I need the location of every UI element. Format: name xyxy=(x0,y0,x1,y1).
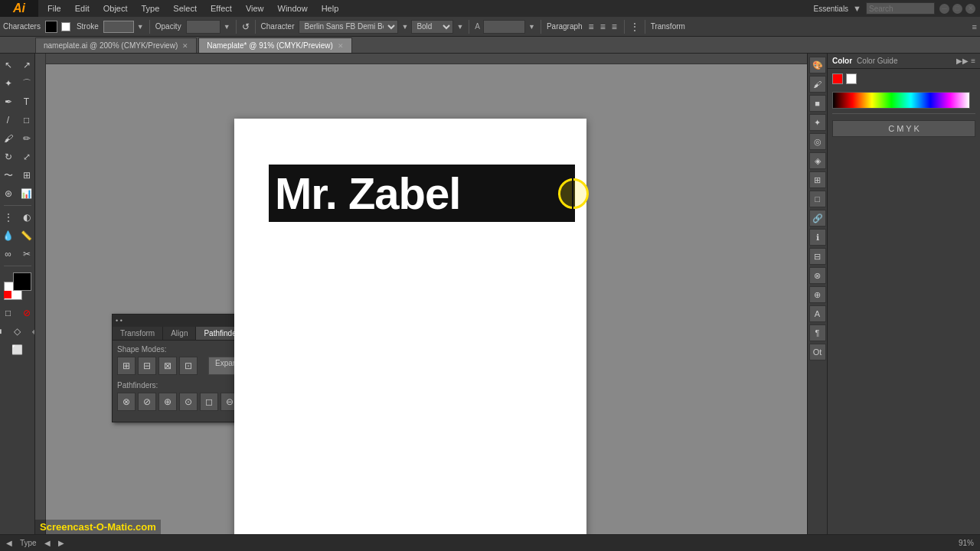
open-type-btn[interactable]: Ot xyxy=(809,344,826,360)
more-options-icon[interactable]: ⋮ xyxy=(630,21,639,32)
lasso-tool[interactable]: ⌒ xyxy=(18,75,35,92)
essentials-label[interactable]: Essentials xyxy=(814,5,849,13)
menu-window[interactable]: Window xyxy=(272,2,314,15)
blend-tool[interactable]: ∞ xyxy=(0,246,17,262)
opacity-input[interactable]: 100% xyxy=(186,20,220,34)
rect-tool[interactable]: □ xyxy=(18,112,35,129)
menu-help[interactable]: Help xyxy=(315,2,345,15)
search-input[interactable] xyxy=(866,2,935,15)
scale-tool[interactable]: ⤢ xyxy=(18,148,35,165)
bg-swatch[interactable] xyxy=(846,73,857,84)
artboards-btn[interactable]: □ xyxy=(809,191,826,207)
panel-titlebar[interactable]: • • ✕ xyxy=(113,315,253,327)
font-weight-select[interactable]: Bold xyxy=(411,20,453,34)
select-tool[interactable]: ↖ xyxy=(0,57,17,73)
nameplate-element[interactable]: Mr. Zabel xyxy=(269,165,575,222)
symbol-sprayer[interactable]: ⊛ xyxy=(0,185,17,202)
color-mode-btn[interactable]: C M Y K xyxy=(832,120,975,137)
appearance-btn[interactable]: ◈ xyxy=(809,152,826,169)
align-panel-btn[interactable]: ⊟ xyxy=(809,248,826,265)
transform-panel-btn[interactable]: ⊕ xyxy=(809,286,826,303)
pen-tool[interactable]: ✒ xyxy=(0,93,17,110)
status-nav-next[interactable]: ▶ xyxy=(58,539,64,547)
paintbrush-tool[interactable]: 🖌 xyxy=(0,130,17,147)
measure-tool[interactable]: 📏 xyxy=(18,227,35,244)
info-btn[interactable]: ℹ xyxy=(809,229,826,246)
align-left-icon[interactable]: ≡ xyxy=(587,21,596,32)
align-center-icon[interactable]: ≡ xyxy=(599,21,607,32)
draw-mode[interactable]: ◇ xyxy=(9,323,26,340)
close-button[interactable]: ✕ xyxy=(965,4,975,14)
direct-select-tool[interactable]: ↗ xyxy=(18,57,35,73)
fill-icon[interactable]: □ xyxy=(0,305,17,321)
brush-btn[interactable]: 🖌 xyxy=(809,76,826,93)
tab-2-close[interactable]: ✕ xyxy=(338,42,344,50)
trim-btn[interactable]: ⊘ xyxy=(138,393,156,411)
minus-front-btn[interactable]: ⊟ xyxy=(138,357,156,375)
screen-mode-btn[interactable]: ⬜ xyxy=(9,341,26,358)
normal-mode[interactable]: ■ xyxy=(0,323,8,340)
font-family-select[interactable]: Berlin Sans FB Demi Bold xyxy=(299,20,398,34)
column-graph[interactable]: 📊 xyxy=(18,185,35,202)
menu-object[interactable]: Object xyxy=(97,2,134,15)
menu-select[interactable]: Select xyxy=(167,2,203,15)
minimize-button[interactable]: ─ xyxy=(939,4,949,14)
color-guide-tab[interactable]: Color Guide xyxy=(857,57,897,65)
tab-2[interactable]: Nameplate* @ 91% (CMYK/Preview) ✕ xyxy=(198,37,352,53)
foreground-color-swatch[interactable] xyxy=(13,272,31,291)
para-panel-btn[interactable]: ¶ xyxy=(809,324,826,341)
merge-btn[interactable]: ⊕ xyxy=(158,393,177,411)
gradient-tool[interactable]: ◐ xyxy=(18,209,35,226)
color-spectrum[interactable] xyxy=(832,92,970,109)
accent-swatch[interactable] xyxy=(4,291,11,298)
eyedropper-tool[interactable]: 💧 xyxy=(0,227,17,244)
menu-type[interactable]: Type xyxy=(136,2,166,15)
stroke-swatch[interactable] xyxy=(61,22,70,31)
symbols-btn[interactable]: ✦ xyxy=(809,114,826,131)
menu-effect[interactable]: Effect xyxy=(204,2,238,15)
fg-swatch[interactable] xyxy=(832,73,843,84)
tab-1-close[interactable]: ✕ xyxy=(182,42,188,50)
intersect-btn[interactable]: ⊠ xyxy=(158,357,177,375)
stroke-color[interactable] xyxy=(103,21,134,33)
color-panel-btn[interactable]: 🎨 xyxy=(809,57,826,73)
tab-1[interactable]: nameplate.ai @ 200% (CMYK/Preview) ✕ xyxy=(35,37,197,53)
links-btn[interactable]: 🔗 xyxy=(809,210,826,227)
color-tab[interactable]: Color xyxy=(832,57,852,65)
options-icon[interactable]: ≡ xyxy=(972,22,977,31)
status-nav-prev[interactable]: ◀ xyxy=(44,539,51,547)
rotate-tool[interactable]: ↻ xyxy=(0,148,17,165)
scissors-tool[interactable]: ✂ xyxy=(18,246,35,262)
type-tool[interactable]: T xyxy=(18,93,35,110)
rotate-icon[interactable]: ↺ xyxy=(242,21,250,32)
pencil-tool[interactable]: ✏ xyxy=(18,130,35,147)
panel-tab-transform[interactable]: Transform xyxy=(113,327,163,340)
layers-btn[interactable]: ⊞ xyxy=(809,171,826,188)
align-right-icon[interactable]: ≡ xyxy=(610,21,619,32)
warp-tool[interactable]: 〜 xyxy=(0,167,17,184)
maximize-button[interactable]: □ xyxy=(952,4,962,14)
color-panel: Color Color Guide ▶▶ ≡ C M Y K xyxy=(827,54,980,534)
crop-btn[interactable]: ⊙ xyxy=(179,393,198,411)
menu-file[interactable]: File xyxy=(41,2,67,15)
fill-swatch[interactable] xyxy=(45,21,57,33)
menu-edit[interactable]: Edit xyxy=(69,2,96,15)
mesh-tool[interactable]: ⋮ xyxy=(0,209,17,226)
color-panel-menu[interactable]: ▶▶ ≡ xyxy=(956,57,975,65)
exclude-btn[interactable]: ⊡ xyxy=(179,357,198,375)
char-panel-btn[interactable]: A xyxy=(809,305,826,322)
panel-tab-align[interactable]: Align xyxy=(163,327,196,340)
draw-mode2[interactable]: ◈ xyxy=(28,323,36,340)
unite-btn[interactable]: ⊞ xyxy=(117,357,136,375)
menu-view[interactable]: View xyxy=(240,2,270,15)
no-fill-icon[interactable]: ⊘ xyxy=(18,305,35,321)
outline-btn[interactable]: ◻ xyxy=(200,393,218,411)
free-transform[interactable]: ⊞ xyxy=(18,167,35,184)
swatches-btn[interactable]: ■ xyxy=(809,95,826,112)
magic-wand-tool[interactable]: ✦ xyxy=(0,75,17,92)
divide-btn[interactable]: ⊗ xyxy=(117,393,136,411)
graphic-styles-btn[interactable]: ◎ xyxy=(809,133,826,150)
font-size-input[interactable]: 82.8 pt xyxy=(483,20,525,34)
line-tool[interactable]: / xyxy=(0,112,17,129)
pathfinder-panel-btn[interactable]: ⊗ xyxy=(809,267,826,284)
